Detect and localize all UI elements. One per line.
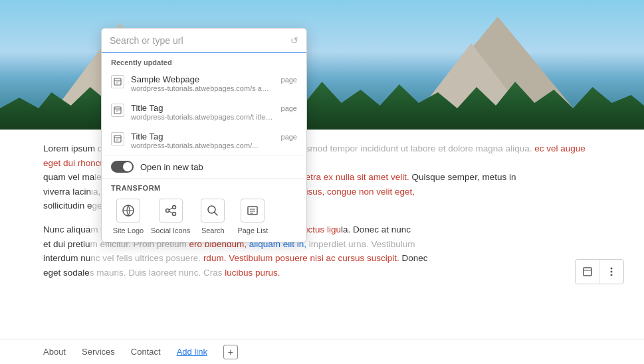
search-popup: ↺ Recently updated Sample Webpage wordpr… [101, 28, 307, 242]
result-icon-1 [111, 104, 124, 117]
search-label: Search [201, 226, 225, 235]
result-title-2: Title Tag [131, 132, 274, 141]
result-url-1: wordpress-tutorials.atwebpages.com/t itl… [131, 113, 274, 121]
svg-point-3 [611, 271, 613, 273]
svg-line-23 [169, 211, 173, 213]
svg-point-21 [172, 213, 175, 216]
background-scene [0, 0, 644, 130]
result-item-0[interactable]: Sample Webpage wordpress-tutorials.atweb… [102, 69, 306, 98]
site-logo-icon [116, 199, 140, 223]
result-info-2: Title Tag wordpress-tutorials.atwebpages… [131, 132, 274, 149]
result-item-2[interactable]: Title Tag wordpress-tutorials.atwebpages… [102, 126, 306, 155]
transform-social-icons[interactable]: Social Icons [151, 199, 190, 235]
nav-contact[interactable]: Contact [131, 347, 161, 357]
transform-label: TRANSFORM [111, 184, 297, 192]
float-btn-more[interactable] [599, 260, 623, 284]
nav-add-button[interactable]: + [223, 345, 238, 359]
svg-point-20 [172, 206, 175, 209]
result-url-2: wordpress-tutorials.atwebpages.com/... [131, 141, 274, 149]
svg-rect-0 [584, 268, 591, 276]
results-list: Sample Webpage wordpress-tutorials.atweb… [102, 69, 306, 155]
search-transform-icon [201, 199, 225, 223]
transform-section: TRANSFORM Site Logo [102, 178, 306, 242]
social-icons-icon [159, 199, 183, 223]
float-toolbar [575, 259, 624, 284]
toggle-row: Open in new tab [102, 155, 306, 178]
result-url-0: wordpress-tutorials.atwebpages.com/s amp… [131, 84, 274, 92]
toggle-knob [123, 162, 132, 171]
nav-add-link[interactable]: Add link [177, 347, 207, 357]
transform-items: Site Logo Social Icons [111, 199, 297, 235]
float-btn-block[interactable] [576, 260, 599, 284]
site-logo-label: Site Logo [113, 226, 144, 235]
nav-services[interactable]: Services [82, 347, 115, 357]
result-badge-0: page [281, 76, 297, 84]
svg-line-25 [215, 213, 218, 216]
result-icon-2 [111, 132, 124, 145]
svg-point-2 [611, 268, 613, 270]
result-badge-1: page [281, 104, 297, 112]
content-area: Lorem ipsum dolor sit amet, consectetur … [0, 130, 644, 364]
result-badge-2: page [281, 133, 297, 141]
toggle-label: Open in new tab [140, 162, 203, 172]
page-list-label: Page List [237, 226, 268, 235]
search-row: ↺ [102, 29, 306, 53]
nav-about[interactable]: About [43, 347, 66, 357]
result-info-1: Title Tag wordpress-tutorials.atwebpages… [131, 103, 274, 121]
transform-search[interactable]: Search [195, 199, 230, 235]
svg-line-22 [169, 208, 173, 210]
result-icon-0 [111, 75, 124, 88]
search-input[interactable] [110, 35, 290, 46]
social-icons-label: Social Icons [151, 226, 190, 235]
result-item-1[interactable]: Title Tag wordpress-tutorials.atwebpages… [102, 98, 306, 126]
open-new-tab-toggle[interactable] [111, 161, 134, 173]
refresh-icon[interactable]: ↺ [290, 35, 298, 46]
result-info-0: Sample Webpage wordpress-tutorials.atweb… [131, 74, 274, 92]
transform-site-logo[interactable]: Site Logo [111, 199, 146, 235]
result-title-0: Sample Webpage [131, 74, 274, 84]
result-title-1: Title Tag [131, 103, 274, 113]
svg-point-4 [611, 274, 613, 276]
recently-updated-label: Recently updated [102, 53, 306, 69]
bottom-nav: About Services Contact Add link + [0, 339, 644, 364]
transform-page-list[interactable]: Page List [235, 199, 270, 235]
svg-point-19 [165, 209, 169, 213]
page-list-icon [241, 199, 265, 223]
